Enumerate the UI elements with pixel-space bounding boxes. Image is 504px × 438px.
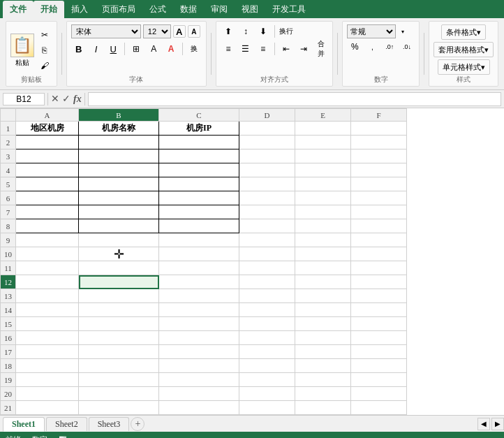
cell-E4[interactable] <box>295 163 351 177</box>
cell-D1[interactable] <box>239 122 295 136</box>
cell-C7[interactable] <box>159 205 239 219</box>
sheet-tab-sheet3[interactable]: Sheet3 <box>89 417 130 431</box>
cell-D8[interactable] <box>239 219 295 233</box>
font-color-button[interactable]: A <box>163 42 179 56</box>
cell-reference-input[interactable] <box>3 93 45 105</box>
formula-input[interactable] <box>88 92 501 106</box>
col-header-A[interactable]: A <box>16 109 79 122</box>
cell-C10[interactable] <box>159 247 239 261</box>
cell-B8[interactable] <box>79 219 159 233</box>
align-bottom-button[interactable]: ⬇ <box>255 24 271 38</box>
add-sheet-button[interactable]: + <box>131 417 144 431</box>
cancel-formula-icon[interactable]: ✕ <box>51 93 59 105</box>
cell-B12[interactable] <box>79 275 159 289</box>
cell-B1[interactable]: 机房名称 <box>79 122 159 136</box>
font-grow-button[interactable]: A <box>173 25 186 38</box>
cell-D12[interactable] <box>239 275 295 289</box>
increase-indent-button[interactable]: ⇥ <box>296 42 311 56</box>
italic-button[interactable]: I <box>89 42 104 56</box>
col-header-E[interactable]: E <box>295 109 351 122</box>
cell-D4[interactable] <box>239 163 295 177</box>
cell-F3[interactable] <box>351 149 407 163</box>
cell-E10[interactable] <box>295 247 351 261</box>
cell-A4[interactable] <box>16 163 79 177</box>
cell-A11[interactable] <box>16 261 79 275</box>
scroll-left-button[interactable]: ◀ <box>477 418 490 430</box>
cell-E8[interactable] <box>295 219 351 233</box>
percent-button[interactable]: % <box>347 40 362 54</box>
table-style-button[interactable]: 套用表格格式▾ <box>433 42 494 57</box>
tab-developer[interactable]: 开发工具 <box>265 1 313 18</box>
align-left-button[interactable]: ≡ <box>221 42 236 56</box>
sheet-tab-sheet1[interactable]: Sheet1 <box>3 417 45 432</box>
cell-B9[interactable] <box>79 233 159 247</box>
cell-D7[interactable] <box>239 205 295 219</box>
cell-A9[interactable] <box>16 233 79 247</box>
cell-F1[interactable] <box>351 122 407 136</box>
cell-B4[interactable] <box>79 163 159 177</box>
cell-F8[interactable] <box>351 219 407 233</box>
cell-F6[interactable] <box>351 191 407 205</box>
sheet-tab-sheet2[interactable]: Sheet2 <box>46 417 87 431</box>
number-format-select[interactable]: 常规 <box>347 24 396 38</box>
cell-E9[interactable] <box>295 233 351 247</box>
merge-center-button[interactable]: 合并 <box>313 42 329 56</box>
cell-C6[interactable] <box>159 191 239 205</box>
conditional-format-button[interactable]: 条件格式▾ <box>441 24 486 40</box>
align-center-button[interactable]: ☰ <box>238 42 253 56</box>
cell-A5[interactable] <box>16 177 79 191</box>
col-header-B[interactable]: B <box>79 109 159 122</box>
cell-B5[interactable] <box>79 177 159 191</box>
number-format-dropdown[interactable]: ▾ <box>398 24 408 38</box>
cell-C9[interactable] <box>159 233 239 247</box>
align-right-button[interactable]: ≡ <box>255 42 271 56</box>
tab-file[interactable]: 文件 <box>3 1 34 18</box>
cell-E6[interactable] <box>295 191 351 205</box>
cell-C1[interactable]: 机房IP <box>159 122 239 136</box>
cell-D2[interactable] <box>239 136 295 149</box>
cell-F12[interactable] <box>351 275 407 289</box>
increase-decimal-button[interactable]: .0↑ <box>382 40 397 54</box>
align-middle-button[interactable]: ↕ <box>238 24 253 38</box>
cell-E12[interactable] <box>295 275 351 289</box>
cell-B2[interactable] <box>79 136 159 149</box>
col-header-C[interactable]: C <box>159 109 239 122</box>
cell-C2[interactable] <box>159 136 239 149</box>
cell-E2[interactable] <box>295 136 351 149</box>
tab-formula[interactable]: 公式 <box>142 1 173 18</box>
cell-C4[interactable] <box>159 163 239 177</box>
font-name-select[interactable]: 宋体 <box>71 24 141 38</box>
cell-D11[interactable] <box>239 261 295 275</box>
cell-A8[interactable] <box>16 219 79 233</box>
cell-A6[interactable] <box>16 191 79 205</box>
cell-style-button[interactable]: 单元格样式▾ <box>438 59 490 75</box>
cell-C11[interactable] <box>159 261 239 275</box>
tab-review[interactable]: 审阅 <box>204 1 235 18</box>
col-header-D[interactable]: D <box>239 109 295 122</box>
cell-C5[interactable] <box>159 177 239 191</box>
cell-C8[interactable] <box>159 219 239 233</box>
copy-button[interactable]: ⎘ <box>37 43 52 57</box>
wrap-text-button[interactable]: 换行 <box>279 24 294 38</box>
col-header-F[interactable]: F <box>351 109 407 122</box>
cell-B7[interactable] <box>79 205 159 219</box>
decrease-indent-button[interactable]: ⇤ <box>279 42 294 56</box>
cell-D5[interactable] <box>239 177 295 191</box>
insert-function-icon[interactable]: fx <box>73 94 82 105</box>
tab-page-layout[interactable]: 页面布局 <box>95 1 142 18</box>
format-painter-button[interactable]: 🖌 <box>37 59 52 73</box>
underline-button[interactable]: U <box>105 42 121 56</box>
cell-C12[interactable] <box>159 275 239 289</box>
cell-F2[interactable] <box>351 136 407 149</box>
cell-A3[interactable] <box>16 149 79 163</box>
scroll-right-button[interactable]: ▶ <box>491 418 504 430</box>
cell-E5[interactable] <box>295 177 351 191</box>
font-size-select[interactable]: 12 <box>143 24 171 38</box>
cell-D3[interactable] <box>239 149 295 163</box>
cell-A12[interactable] <box>16 275 79 289</box>
tab-view[interactable]: 视图 <box>235 1 265 18</box>
align-top-button[interactable]: ⬆ <box>221 24 236 38</box>
cell-A10[interactable] <box>16 247 79 261</box>
cell-E3[interactable] <box>295 149 351 163</box>
fill-color-button[interactable]: A <box>146 42 161 56</box>
